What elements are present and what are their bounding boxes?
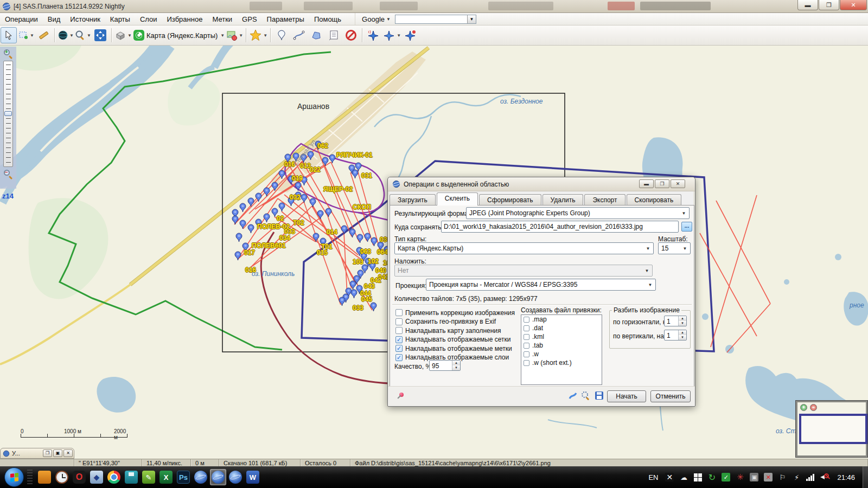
- flag-tray-icon[interactable]: ⚐: [776, 471, 788, 483]
- checkbox-icon[interactable]: [524, 334, 529, 340]
- save-path-input[interactable]: D:\01_work\19_hakasia2015_2016\04_author…: [441, 221, 679, 233]
- projection-combobox[interactable]: Проекция карты - Mercator / WGS84 / EPSG…: [426, 279, 656, 291]
- checkbox-icon[interactable]: [395, 318, 403, 325]
- start-button[interactable]: [4, 467, 24, 487]
- map-type-button[interactable]: Карта (Яндекс.Карты) ▼: [133, 27, 225, 43]
- power-tray-icon[interactable]: ⚡: [790, 471, 802, 483]
- collapsed-maximize-icon[interactable]: ▣: [53, 450, 62, 457]
- show-desktop-button[interactable]: [863, 466, 868, 488]
- tab-Загрузить[interactable]: Загрузить: [390, 194, 436, 206]
- nav-zoom-out-icon[interactable]: −: [810, 404, 817, 411]
- tab-Экспорт[interactable]: Экспорт: [584, 194, 625, 206]
- cloud-tray-icon[interactable]: ☁: [678, 471, 690, 483]
- nav-viewport-rect[interactable]: [799, 414, 867, 444]
- menu-item-Операции[interactable]: Операции: [0, 14, 43, 25]
- tab-Сформировать[interactable]: Сформировать: [479, 194, 541, 206]
- collapsed-window[interactable]: У... ❐ ▣ ✕: [0, 448, 74, 459]
- sync-tray-icon[interactable]: ↻: [706, 471, 718, 483]
- nav-zoom-in-icon[interactable]: +: [800, 404, 807, 411]
- spin-down-icon[interactable]: ▼: [679, 321, 686, 326]
- google-search-input[interactable]: ▼: [395, 15, 476, 24]
- browse-button[interactable]: ...: [681, 222, 692, 232]
- menu-item-Карты[interactable]: Карты: [105, 14, 135, 25]
- gps-center-button[interactable]: [402, 27, 418, 43]
- layers-button[interactable]: ▼: [226, 27, 243, 43]
- chevron-down-icon[interactable]: ▼: [69, 33, 74, 38]
- start-button[interactable]: Начать: [607, 390, 646, 402]
- dialog-maximize-button[interactable]: ❐: [655, 179, 669, 188]
- app-opera[interactable]: O: [71, 469, 87, 485]
- app-sasplanet-2[interactable]: [210, 469, 226, 485]
- spin-up-icon[interactable]: ▲: [679, 316, 686, 321]
- spinner-arrows[interactable]: ▲▼: [678, 316, 686, 326]
- zoom-in-icon[interactable]: +: [3, 49, 13, 59]
- add-placemark-button[interactable]: [273, 27, 290, 43]
- gps-connect-button[interactable]: [365, 27, 381, 43]
- checkbox-icon[interactable]: [395, 327, 403, 334]
- taskbar-clock[interactable]: 21:46: [837, 473, 855, 481]
- zoom-preview-icon[interactable]: [581, 391, 591, 401]
- checkbox-icon[interactable]: [524, 351, 529, 357]
- app-photoshop[interactable]: Ps: [175, 469, 192, 485]
- spin-down-icon[interactable]: ▼: [452, 365, 460, 370]
- language-indicator[interactable]: EN: [645, 471, 661, 483]
- zoom-tool-button[interactable]: ▼: [75, 27, 91, 43]
- menu-item-Параметры[interactable]: Параметры: [262, 14, 309, 25]
- collapsed-close-icon[interactable]: ✕: [63, 450, 73, 457]
- menu-item-Вид[interactable]: Вид: [43, 14, 66, 25]
- option-row[interactable]: Применить коррекцию изображения: [395, 309, 515, 317]
- chevron-down-icon[interactable]: ▼: [239, 33, 243, 38]
- selection-manager-button[interactable]: ▼: [114, 27, 132, 43]
- add-path-button[interactable]: [291, 27, 307, 43]
- chevron-down-icon[interactable]: ▼: [220, 33, 225, 38]
- chevron-down-icon[interactable]: ▼: [681, 244, 689, 253]
- app-chrome[interactable]: [106, 469, 122, 485]
- select-tool-button[interactable]: [1, 27, 17, 43]
- app-notes[interactable]: ✎: [141, 469, 157, 485]
- app-save-tool[interactable]: [123, 469, 139, 485]
- option-row[interactable]: ✓Накладывать отображаемые метки: [395, 344, 512, 352]
- georef-item[interactable]: .w (short ext.): [521, 358, 602, 367]
- dialog-minimize-button[interactable]: ▬: [639, 179, 654, 188]
- menu-item-Избранное[interactable]: Избранное: [162, 14, 208, 25]
- fullmap-button[interactable]: ▼: [58, 27, 74, 43]
- georef-listbox[interactable]: .map.dat.kml.tab.w.w (short ext.): [521, 314, 602, 385]
- chevron-down-icon[interactable]: ▼: [263, 33, 267, 38]
- checkbox-icon[interactable]: [524, 317, 529, 323]
- menu-item-Источник[interactable]: Источник: [65, 14, 105, 25]
- app-viewer[interactable]: ◆: [88, 469, 105, 485]
- gps-track-button[interactable]: ▼: [382, 27, 401, 43]
- dialog-close-button[interactable]: ✕: [671, 179, 685, 188]
- map-type-combobox[interactable]: Карта (Яндекс.Карты)▼: [394, 242, 654, 254]
- collapsed-restore-icon[interactable]: ❐: [43, 450, 52, 457]
- placemark-manager-button[interactable]: [326, 27, 342, 43]
- app-library[interactable]: [36, 469, 53, 485]
- slider-handle[interactable]: [4, 111, 12, 116]
- app-clock[interactable]: [54, 469, 70, 485]
- cancel-button[interactable]: Отменить: [650, 390, 691, 402]
- disk-tray-icon[interactable]: ▣: [748, 471, 760, 483]
- zoom-slider[interactable]: [3, 61, 13, 167]
- checkbox-icon[interactable]: ✓: [395, 345, 403, 352]
- split-spinner[interactable]: 1▲▼: [664, 316, 687, 326]
- georef-item[interactable]: .dat: [521, 324, 602, 332]
- close-button[interactable]: ✕: [840, 0, 867, 10]
- pushpin-icon[interactable]: [395, 391, 404, 400]
- minimize-button[interactable]: ▬: [797, 0, 818, 10]
- chevron-down-icon[interactable]: ▼: [127, 33, 132, 38]
- checkbox-icon[interactable]: [524, 343, 529, 349]
- menu-item-Помощь[interactable]: Помощь: [309, 14, 346, 25]
- windows-update-tray-icon[interactable]: [692, 471, 704, 483]
- option-row[interactable]: Накладывать карту заполнения: [395, 326, 501, 335]
- chevron-down-icon[interactable]: ▼: [644, 244, 652, 253]
- tab-Скопировать[interactable]: Скопировать: [627, 194, 682, 206]
- georef-item[interactable]: .kml: [521, 332, 602, 341]
- checkbox-icon[interactable]: ✓: [395, 336, 403, 343]
- pinwheel-tray-icon[interactable]: ✕: [663, 471, 675, 483]
- error-tray-icon[interactable]: ✕: [762, 471, 774, 483]
- spinner-arrows[interactable]: ▲▼: [678, 330, 686, 340]
- overview-map-window[interactable]: + −: [795, 400, 868, 458]
- route-icon[interactable]: [568, 391, 578, 401]
- selection-region-button[interactable]: ▼: [18, 27, 34, 43]
- fullscreen-button[interactable]: [92, 27, 108, 43]
